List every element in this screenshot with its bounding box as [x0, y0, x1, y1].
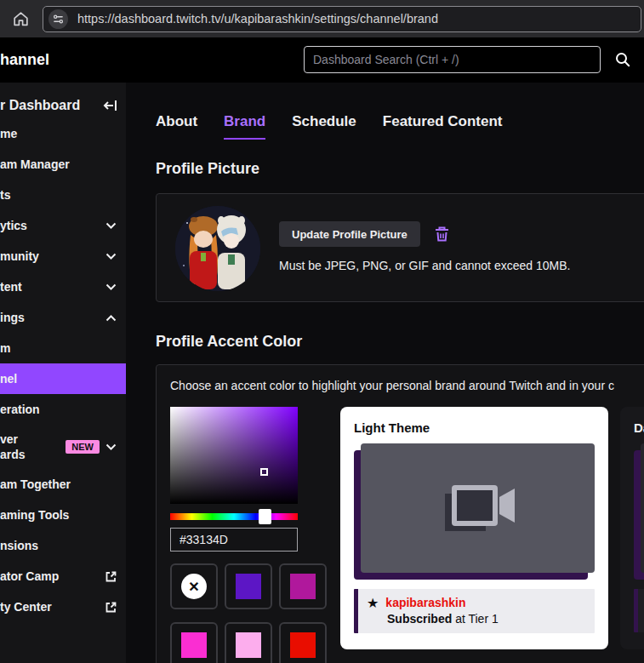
color-swatch-light-pink[interactable] [225, 622, 272, 663]
sidebar-item-settings[interactable]: ings [0, 302, 126, 333]
sidebar-item-analytics[interactable]: ytics [0, 210, 126, 241]
browser-home-icon[interactable] [12, 10, 30, 28]
sidebar: r Dashboard me am Manager ts ytics munit… [0, 83, 126, 663]
sidebar-item-channel[interactable]: nel [0, 363, 126, 394]
chevron-down-icon [105, 283, 117, 291]
update-profile-picture-button[interactable]: Update Profile Picture [279, 221, 420, 247]
sidebar-item-streaming-tools[interactable]: aming Tools [0, 500, 126, 530]
camcorder-icon [440, 480, 516, 536]
hue-slider[interactable] [170, 513, 298, 520]
sub-notification-preview: ★ [634, 589, 644, 632]
sidebar-heading: r Dashboard [0, 93, 126, 118]
dark-theme-preview: Dark Theme ★ [620, 407, 644, 649]
preset-swatches: ✕ [170, 563, 298, 663]
tab-schedule[interactable]: Schedule [292, 113, 356, 140]
browser-toolbar: https://dashboard.twitch.tv/u/kapibarash… [0, 0, 644, 37]
sidebar-item-stream-together[interactable]: am Together [0, 469, 126, 500]
clear-x-icon: ✕ [181, 574, 207, 599]
chevron-down-icon [105, 443, 117, 451]
color-swatch-magenta[interactable] [279, 563, 327, 609]
sidebar-item-home[interactable]: me [0, 118, 126, 149]
sidebar-item-stream[interactable]: m [0, 333, 126, 363]
chevron-down-icon [105, 222, 117, 230]
sidebar-item-extensions[interactable]: nsions [0, 530, 126, 561]
tab-about[interactable]: About [156, 113, 197, 140]
profile-avatar [175, 206, 260, 291]
video-placeholder [361, 443, 595, 573]
url-text: https://dashboard.twitch.tv/u/kapibarash… [77, 12, 438, 26]
site-info-icon[interactable] [48, 9, 68, 29]
sidebar-item-community[interactable]: munity [0, 241, 126, 271]
status-bold: Subscribed [387, 612, 452, 626]
chevron-up-icon [105, 314, 117, 322]
hex-color-input[interactable] [170, 528, 298, 552]
sidebar-item-content[interactable]: tent [0, 271, 126, 302]
accent-color-card: Choose an accent color to highlight your… [156, 364, 644, 663]
external-link-icon [105, 601, 117, 614]
video-placeholder [641, 443, 644, 573]
color-swatch-red[interactable] [279, 622, 327, 663]
dashboard-header: hannel [0, 37, 644, 83]
brand-tabs: About Brand Schedule Featured Content [156, 113, 644, 140]
sidebar-collapse-button[interactable] [103, 99, 118, 112]
dark-theme-title: Dark Theme [634, 420, 644, 435]
dashboard-search [304, 46, 644, 73]
accent-color-heading: Profile Accent Color [156, 333, 644, 351]
page-title: hannel [0, 51, 49, 69]
address-bar[interactable]: https://dashboard.twitch.tv/u/kapibarash… [43, 6, 641, 32]
upload-requirements-note: Must be JPEG, PNG, or GIF and cannot exc… [279, 259, 570, 272]
sidebar-item-safety-center[interactable]: ty Center [0, 592, 126, 622]
color-swatch-purple[interactable] [225, 563, 272, 609]
sidebar-heading-label: r Dashboard [0, 98, 103, 113]
new-badge: NEW [66, 440, 100, 454]
clear-color-swatch[interactable]: ✕ [170, 563, 218, 609]
search-button[interactable] [601, 46, 644, 73]
sidebar-item-moderation[interactable]: eration [0, 394, 126, 425]
chevron-down-icon [105, 253, 117, 260]
twitch-dashboard-brand-page: https://dashboard.twitch.tv/u/kapibarash… [0, 0, 644, 663]
light-theme-preview: Light Theme ★ ka [340, 407, 608, 649]
tab-brand[interactable]: Brand [224, 113, 265, 140]
sub-notification-preview: ★ kapibarashkin Subscribed at Tier 1 [354, 589, 595, 633]
trash-icon [434, 226, 450, 243]
color-picker: ✕ [170, 407, 298, 663]
star-icon: ★ [367, 597, 379, 610]
main-content: About Brand Schedule Featured Content Pr… [126, 83, 644, 663]
tab-featured-content[interactable]: Featured Content [383, 113, 503, 140]
delete-profile-picture-button[interactable] [434, 226, 450, 243]
status-rest: at Tier 1 [452, 612, 498, 626]
light-theme-title: Light Theme [354, 420, 595, 435]
sidebar-item-alerts[interactable]: ts [0, 180, 126, 210]
profile-picture-card: Update Profile Picture Must be JPEG, PNG… [156, 193, 644, 302]
search-icon [614, 51, 631, 68]
hue-slider-handle[interactable] [259, 509, 271, 524]
external-link-icon [105, 570, 117, 583]
accent-description: Choose an accent color to highlight your… [170, 379, 644, 392]
sidebar-item-stream-manager[interactable]: am Manager [0, 149, 126, 180]
username: kapibarashkin [385, 596, 465, 610]
search-input[interactable] [304, 46, 601, 73]
sidebar-item-creator-camp[interactable]: ator Camp [0, 561, 126, 592]
collapse-arrow-icon [103, 99, 118, 112]
color-swatch-pink[interactable] [170, 622, 218, 663]
saturation-marker[interactable] [260, 468, 268, 476]
profile-picture-heading: Profile Picture [156, 160, 644, 178]
sidebar-item-viewer-rewards[interactable]: ver ards NEW [0, 425, 126, 469]
saturation-picker[interactable] [170, 407, 298, 504]
